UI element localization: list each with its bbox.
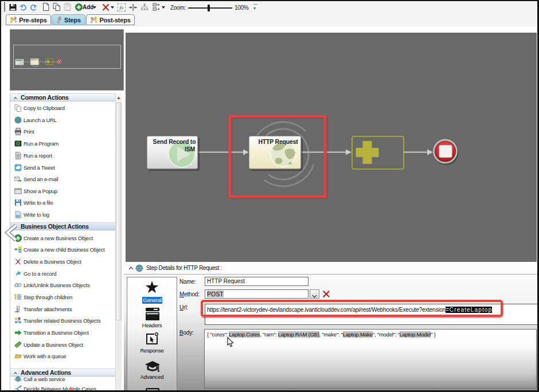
svg-text:Send Record to: Send Record to [153,138,196,145]
svg-text:LOG: LOG [17,215,19,218]
svg-text:ISM: ISM [185,146,196,152]
svg-text:HTTP Request: HTTP Request [258,138,298,145]
